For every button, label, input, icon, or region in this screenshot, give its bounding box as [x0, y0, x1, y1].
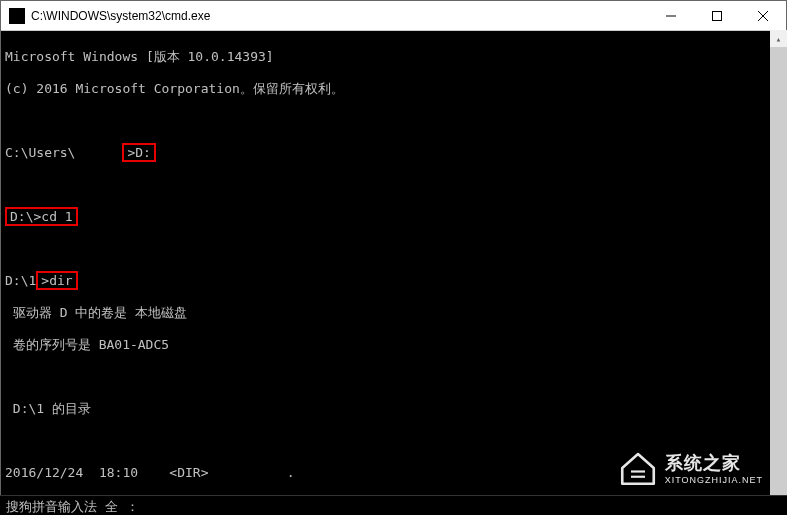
ime-status-bar[interactable]: 搜狗拼音输入法 全 ： [0, 495, 787, 515]
svg-rect-1 [713, 11, 722, 20]
directory-of-line: D:\1 的目录 [5, 401, 782, 417]
cmd-window: C:\WINDOWS\system32\cmd.exe Microsoft Wi… [0, 0, 787, 515]
cmd-3-text: >dir [41, 273, 72, 288]
watermark-text: 系统之家 XITONGZHIJIA.NET [665, 451, 763, 485]
cmd-icon [9, 8, 25, 24]
prompt-path-1: C:\Users\ [5, 145, 75, 160]
highlight-cmd-1: >D: [122, 143, 155, 162]
terminal-output[interactable]: Microsoft Windows [版本 10.0.14393] (c) 20… [1, 31, 786, 514]
prompt-line-1: C:\Users\ >D: [5, 145, 782, 161]
prompt-line-2: D:\>cd 1 [5, 209, 782, 225]
prompt-path-3: D:\1 [5, 273, 36, 288]
cmd-2-text: >cd 1 [33, 209, 72, 224]
scroll-track[interactable] [770, 47, 787, 498]
watermark-main: 系统之家 [665, 451, 763, 475]
watermark: 系统之家 XITONGZHIJIA.NET [617, 447, 763, 489]
cmd-1-text: >D: [127, 145, 150, 160]
vertical-scrollbar[interactable]: ▴ ▾ [770, 30, 787, 515]
scroll-up-arrow[interactable]: ▴ [770, 30, 787, 47]
titlebar[interactable]: C:\WINDOWS\system32\cmd.exe [1, 1, 786, 31]
highlight-cmd-3: >dir [36, 271, 77, 290]
prompt-path-2: D:\ [10, 209, 33, 224]
close-button[interactable] [740, 1, 786, 30]
window-controls [648, 1, 786, 30]
maximize-button[interactable] [694, 1, 740, 30]
version-line: Microsoft Windows [版本 10.0.14393] [5, 49, 782, 65]
serial-line: 卷的序列号是 BA01-ADC5 [5, 337, 782, 353]
prompt-line-3: D:\1>dir [5, 273, 782, 289]
blank-line [5, 177, 782, 193]
ime-text: 搜狗拼音输入法 全 ： [6, 499, 139, 514]
blank-line [5, 369, 782, 385]
volume-line: 驱动器 D 中的卷是 本地磁盘 [5, 305, 782, 321]
blank-line [5, 113, 782, 129]
watermark-sub: XITONGZHIJIA.NET [665, 475, 763, 485]
window-title: C:\WINDOWS\system32\cmd.exe [31, 9, 648, 23]
scroll-thumb[interactable] [770, 47, 787, 498]
copyright-line: (c) 2016 Microsoft Corporation。保留所有权利。 [5, 81, 782, 97]
minimize-button[interactable] [648, 1, 694, 30]
highlight-cmd-2: D:\>cd 1 [5, 207, 78, 226]
blank-line [5, 241, 782, 257]
house-icon [617, 447, 659, 489]
